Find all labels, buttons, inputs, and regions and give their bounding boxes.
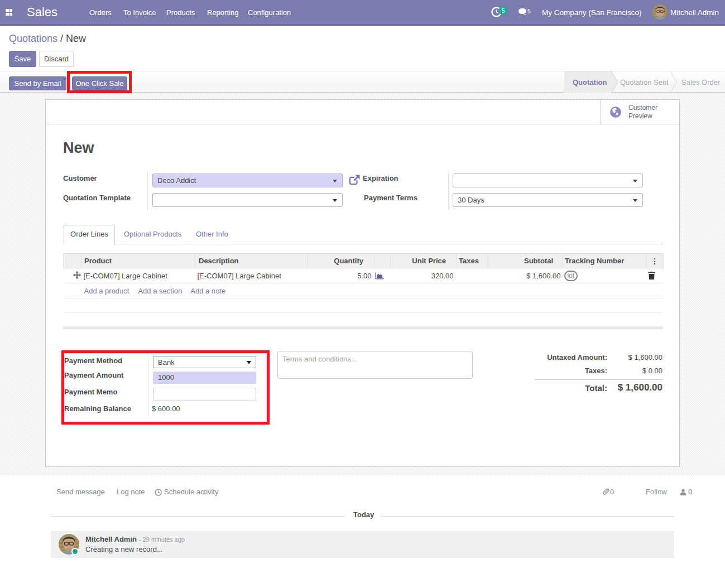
svg-text:Quotation: Quotation: [573, 78, 607, 86]
svg-text:Quotation Sent: Quotation Sent: [620, 78, 669, 86]
svg-text:Sales Order: Sales Order: [681, 78, 721, 86]
